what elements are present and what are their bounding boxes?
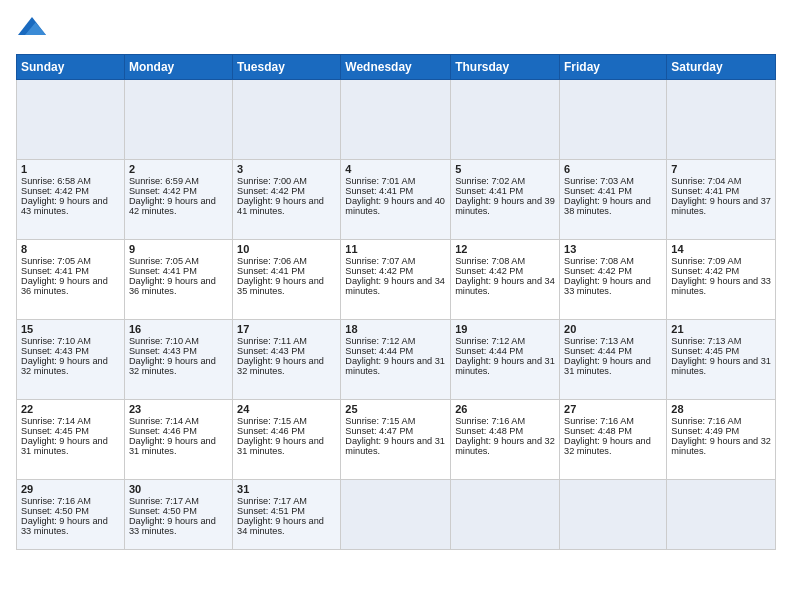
day-number: 31 bbox=[237, 483, 336, 495]
day-number: 4 bbox=[345, 163, 446, 175]
daylight-label: Daylight: 9 hours and 34 minutes. bbox=[455, 276, 555, 296]
sunset-label: Sunset: 4:45 PM bbox=[671, 346, 739, 356]
calendar-container: Sunday Monday Tuesday Wednesday Thursday… bbox=[0, 0, 792, 612]
sunset-label: Sunset: 4:43 PM bbox=[129, 346, 197, 356]
sunset-label: Sunset: 4:42 PM bbox=[345, 266, 413, 276]
day-number: 1 bbox=[21, 163, 120, 175]
sunrise-label: Sunrise: 7:08 AM bbox=[455, 256, 525, 266]
day-number: 14 bbox=[671, 243, 771, 255]
table-cell: 26Sunrise: 7:16 AMSunset: 4:48 PMDayligh… bbox=[451, 400, 560, 480]
daylight-label: Daylight: 9 hours and 31 minutes. bbox=[21, 436, 108, 456]
sunrise-label: Sunrise: 7:15 AM bbox=[237, 416, 307, 426]
day-number: 22 bbox=[21, 403, 120, 415]
day-number: 17 bbox=[237, 323, 336, 335]
col-saturday: Saturday bbox=[667, 55, 776, 80]
day-number: 16 bbox=[129, 323, 228, 335]
table-cell: 9Sunrise: 7:05 AMSunset: 4:41 PMDaylight… bbox=[124, 240, 232, 320]
table-cell: 15Sunrise: 7:10 AMSunset: 4:43 PMDayligh… bbox=[17, 320, 125, 400]
calendar-table: Sunday Monday Tuesday Wednesday Thursday… bbox=[16, 54, 776, 550]
table-cell: 18Sunrise: 7:12 AMSunset: 4:44 PMDayligh… bbox=[341, 320, 451, 400]
sunrise-label: Sunrise: 7:14 AM bbox=[129, 416, 199, 426]
sunrise-label: Sunrise: 7:17 AM bbox=[129, 496, 199, 506]
sunrise-label: Sunrise: 7:16 AM bbox=[21, 496, 91, 506]
sunrise-label: Sunrise: 7:07 AM bbox=[345, 256, 415, 266]
daylight-label: Daylight: 9 hours and 33 minutes. bbox=[129, 516, 216, 536]
sunset-label: Sunset: 4:47 PM bbox=[345, 426, 413, 436]
day-number: 21 bbox=[671, 323, 771, 335]
sunrise-label: Sunrise: 7:11 AM bbox=[237, 336, 307, 346]
sunset-label: Sunset: 4:48 PM bbox=[455, 426, 523, 436]
table-cell: 11Sunrise: 7:07 AMSunset: 4:42 PMDayligh… bbox=[341, 240, 451, 320]
sunset-label: Sunset: 4:41 PM bbox=[21, 266, 89, 276]
daylight-label: Daylight: 9 hours and 39 minutes. bbox=[455, 196, 555, 216]
table-cell bbox=[560, 80, 667, 160]
sunrise-label: Sunrise: 7:03 AM bbox=[564, 176, 634, 186]
day-number: 15 bbox=[21, 323, 120, 335]
sunrise-label: Sunrise: 7:06 AM bbox=[237, 256, 307, 266]
table-cell: 20Sunrise: 7:13 AMSunset: 4:44 PMDayligh… bbox=[560, 320, 667, 400]
day-number: 3 bbox=[237, 163, 336, 175]
logo-icon bbox=[18, 12, 46, 40]
sunset-label: Sunset: 4:43 PM bbox=[237, 346, 305, 356]
table-cell: 29Sunrise: 7:16 AMSunset: 4:50 PMDayligh… bbox=[17, 480, 125, 550]
sunset-label: Sunset: 4:42 PM bbox=[455, 266, 523, 276]
table-cell: 25Sunrise: 7:15 AMSunset: 4:47 PMDayligh… bbox=[341, 400, 451, 480]
day-number: 25 bbox=[345, 403, 446, 415]
table-cell: 12Sunrise: 7:08 AMSunset: 4:42 PMDayligh… bbox=[451, 240, 560, 320]
day-number: 19 bbox=[455, 323, 555, 335]
table-cell: 23Sunrise: 7:14 AMSunset: 4:46 PMDayligh… bbox=[124, 400, 232, 480]
sunset-label: Sunset: 4:43 PM bbox=[21, 346, 89, 356]
col-monday: Monday bbox=[124, 55, 232, 80]
table-cell bbox=[233, 80, 341, 160]
daylight-label: Daylight: 9 hours and 32 minutes. bbox=[455, 436, 555, 456]
daylight-label: Daylight: 9 hours and 33 minutes. bbox=[671, 276, 771, 296]
day-number: 10 bbox=[237, 243, 336, 255]
sunset-label: Sunset: 4:44 PM bbox=[564, 346, 632, 356]
daylight-label: Daylight: 9 hours and 42 minutes. bbox=[129, 196, 216, 216]
daylight-label: Daylight: 9 hours and 37 minutes. bbox=[671, 196, 771, 216]
day-number: 27 bbox=[564, 403, 662, 415]
daylight-label: Daylight: 9 hours and 31 minutes. bbox=[671, 356, 771, 376]
sunrise-label: Sunrise: 7:10 AM bbox=[21, 336, 91, 346]
calendar-header-row: Sunday Monday Tuesday Wednesday Thursday… bbox=[17, 55, 776, 80]
daylight-label: Daylight: 9 hours and 31 minutes. bbox=[455, 356, 555, 376]
day-number: 11 bbox=[345, 243, 446, 255]
day-number: 2 bbox=[129, 163, 228, 175]
daylight-label: Daylight: 9 hours and 31 minutes. bbox=[345, 356, 445, 376]
daylight-label: Daylight: 9 hours and 34 minutes. bbox=[345, 276, 445, 296]
sunset-label: Sunset: 4:41 PM bbox=[129, 266, 197, 276]
col-friday: Friday bbox=[560, 55, 667, 80]
sunset-label: Sunset: 4:44 PM bbox=[345, 346, 413, 356]
sunrise-label: Sunrise: 7:15 AM bbox=[345, 416, 415, 426]
day-number: 5 bbox=[455, 163, 555, 175]
table-cell bbox=[341, 480, 451, 550]
sunset-label: Sunset: 4:42 PM bbox=[21, 186, 89, 196]
table-cell: 30Sunrise: 7:17 AMSunset: 4:50 PMDayligh… bbox=[124, 480, 232, 550]
sunset-label: Sunset: 4:46 PM bbox=[129, 426, 197, 436]
table-cell bbox=[560, 480, 667, 550]
sunrise-label: Sunrise: 7:13 AM bbox=[671, 336, 741, 346]
sunset-label: Sunset: 4:50 PM bbox=[129, 506, 197, 516]
daylight-label: Daylight: 9 hours and 38 minutes. bbox=[564, 196, 651, 216]
sunset-label: Sunset: 4:44 PM bbox=[455, 346, 523, 356]
sunset-label: Sunset: 4:42 PM bbox=[671, 266, 739, 276]
day-number: 20 bbox=[564, 323, 662, 335]
day-number: 13 bbox=[564, 243, 662, 255]
sunset-label: Sunset: 4:41 PM bbox=[671, 186, 739, 196]
day-number: 12 bbox=[455, 243, 555, 255]
sunrise-label: Sunrise: 7:13 AM bbox=[564, 336, 634, 346]
table-cell: 19Sunrise: 7:12 AMSunset: 4:44 PMDayligh… bbox=[451, 320, 560, 400]
daylight-label: Daylight: 9 hours and 32 minutes. bbox=[671, 436, 771, 456]
sunrise-label: Sunrise: 7:16 AM bbox=[671, 416, 741, 426]
daylight-label: Daylight: 9 hours and 33 minutes. bbox=[564, 276, 651, 296]
daylight-label: Daylight: 9 hours and 31 minutes. bbox=[564, 356, 651, 376]
daylight-label: Daylight: 9 hours and 36 minutes. bbox=[129, 276, 216, 296]
sunset-label: Sunset: 4:41 PM bbox=[345, 186, 413, 196]
sunset-label: Sunset: 4:42 PM bbox=[237, 186, 305, 196]
table-cell: 4Sunrise: 7:01 AMSunset: 4:41 PMDaylight… bbox=[341, 160, 451, 240]
sunset-label: Sunset: 4:42 PM bbox=[129, 186, 197, 196]
sunrise-label: Sunrise: 7:12 AM bbox=[455, 336, 525, 346]
daylight-label: Daylight: 9 hours and 36 minutes. bbox=[21, 276, 108, 296]
table-cell bbox=[124, 80, 232, 160]
daylight-label: Daylight: 9 hours and 33 minutes. bbox=[21, 516, 108, 536]
